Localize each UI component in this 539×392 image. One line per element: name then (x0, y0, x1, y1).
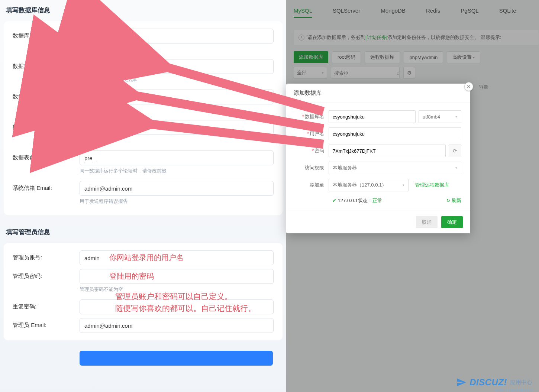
m-dbname-input[interactable] (329, 110, 416, 123)
check-circle-icon: ✔ (332, 198, 336, 203)
db-prefix-input[interactable] (80, 150, 274, 165)
db-pass-input[interactable] (80, 120, 274, 135)
refresh-icon: ↻ (446, 198, 450, 203)
m-addto-select[interactable]: 本地服务器（127.0.0.1）▾ (329, 179, 409, 191)
confirm-button[interactable]: 确定 (441, 216, 463, 228)
sys-email-hint: 用于发送程序错误报告 (80, 198, 274, 205)
m-pass-input[interactable] (329, 145, 446, 157)
refresh-link[interactable]: ↻ 刷新 (446, 197, 461, 204)
m-access-label: 访问权限 (295, 165, 329, 171)
db-pass-label: 数据库密码: (13, 120, 80, 131)
watermark-sub: 应用中心 (510, 379, 532, 386)
admin-email-label: 管理员 Email: (13, 318, 80, 329)
admin-account-label: 管理员账号: (13, 250, 80, 261)
watermark-brand: DISCUZ! (469, 377, 507, 388)
left-install-form: 填写数据库信息 数据库服务器地址: 一般为 127.0.0.1 或 localh… (0, 0, 286, 392)
annotation-username: 你网站登录用的用户名 (109, 253, 184, 263)
annotation-password: 登陆用的密码 (109, 271, 154, 281)
paper-plane-icon (456, 377, 467, 388)
admin-repeat-label: 重复密码: (13, 299, 80, 310)
db-name-hint: 用于安装 Discuz! 的数据库 (80, 76, 274, 83)
admin-email-input[interactable] (80, 318, 274, 333)
db-user-label: 数据库用户名: (13, 90, 80, 100)
m-user-label: *用户名 (295, 130, 329, 137)
server-status: ✔ 127.0.0.1状态：正常 (332, 197, 382, 204)
close-icon[interactable]: ✕ (464, 82, 473, 91)
db-prefix-label: 数据表前缀: (13, 150, 80, 161)
db-form-card: 数据库服务器地址: 一般为 127.0.0.1 或 localhost 数据库名… (4, 21, 283, 215)
regen-pass-icon[interactable]: ⟳ (449, 145, 461, 157)
db-name-input[interactable] (80, 59, 274, 74)
m-charset-select[interactable]: utf8mb4▾ (419, 110, 461, 123)
manage-remote-link[interactable]: 管理远程数据库 (411, 182, 449, 188)
admin-form-card: 管理员账号: 你网站登录用的用户名 管理员密码: 登陆用的密码 管理员密码不能为… (4, 243, 283, 340)
db-server-hint: 一般为 127.0.0.1 或 localhost (80, 46, 274, 52)
sys-email-input[interactable] (80, 181, 274, 196)
db-pass-hint: 您的数据库密码 (80, 137, 274, 144)
db-prefix-hint: 同一数据库运行多个论坛时，请修改前缀 (80, 168, 274, 174)
db-user-hint: 您的数据库用户名 (80, 107, 274, 113)
admin-password-label: 管理员密码: (13, 269, 80, 280)
sys-email-label: 系统信箱 Email: (13, 181, 80, 192)
m-access-select[interactable]: 本地服务器▾ (329, 162, 461, 174)
db-panel: MySQL SQLServer MongoDB Redis PgSQL SQLi… (286, 0, 539, 392)
db-server-label: 数据库服务器地址: (13, 29, 80, 39)
section-admin-title: 填写管理员信息 (4, 226, 283, 243)
admin-password-input[interactable] (80, 269, 274, 284)
m-user-input[interactable] (329, 127, 461, 140)
watermark-url: addon.dismall.com (495, 388, 532, 392)
m-dbname-label: *数据库名 (295, 113, 329, 120)
annotation-note: 管理员账户和密码可以自己定义。 随便写你喜欢的都可以。自己记住就行。 (115, 291, 256, 314)
modal-title: 添加数据库 (286, 84, 470, 103)
db-server-input[interactable] (80, 29, 274, 43)
cancel-button[interactable]: 取消 (416, 216, 438, 228)
add-db-modal: ✕ 添加数据库 *数据库名 utf8mb4▾ *用户名 *密码 ⟳ (286, 84, 470, 233)
section-db-title: 填写数据库信息 (4, 4, 283, 21)
watermark: DISCUZ! 应用中心 addon.dismall.com (456, 377, 532, 388)
db-name-label: 数据库名: (13, 59, 80, 70)
submit-button[interactable] (80, 351, 273, 366)
m-pass-label: *密码 (295, 148, 329, 154)
m-addto-label: 添加至 (295, 182, 329, 188)
db-user-input[interactable] (80, 90, 274, 104)
